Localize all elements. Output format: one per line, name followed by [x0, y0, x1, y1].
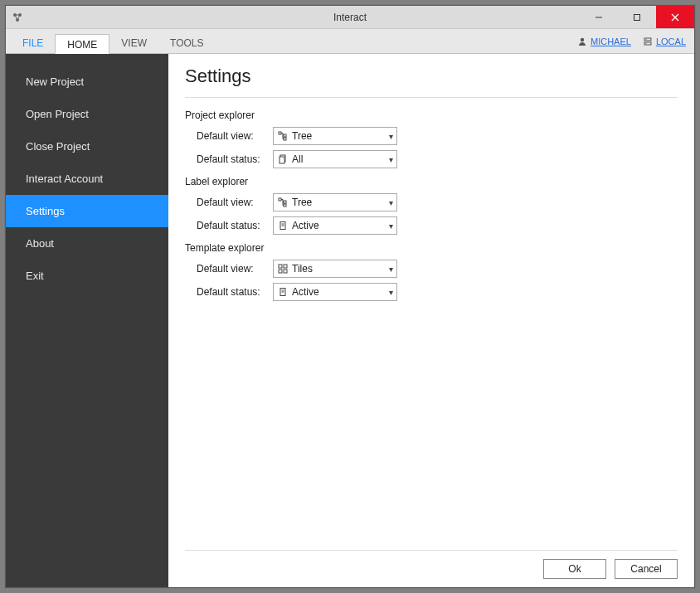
chevron-down-icon: ▾ [389, 155, 393, 164]
chevron-down-icon: ▾ [389, 265, 393, 274]
sidebar-item-exit[interactable]: Exit [6, 260, 168, 292]
chevron-down-icon: ▾ [389, 288, 393, 297]
close-button[interactable] [656, 6, 694, 28]
body: New Project Open Project Close Project I… [6, 54, 694, 587]
svg-rect-27 [284, 265, 287, 268]
chevron-down-icon: ▾ [389, 221, 393, 231]
sidebar-item-interact-account[interactable]: Interact Account [6, 163, 168, 195]
svg-rect-26 [279, 265, 282, 268]
svg-rect-22 [284, 204, 286, 207]
tree-icon [277, 131, 289, 141]
sidebar-item-settings[interactable]: Settings [6, 195, 168, 227]
svg-rect-19 [280, 157, 284, 163]
tab-tools[interactable]: TOOLS [158, 33, 215, 53]
ok-button[interactable]: Ok [543, 559, 606, 579]
svg-point-13 [645, 38, 646, 39]
window-controls [580, 6, 694, 28]
app-window: Interact FILE HOME VIEW TOOLS MICHAEL [5, 5, 695, 588]
svg-rect-29 [284, 270, 287, 273]
maximize-button[interactable] [618, 6, 656, 28]
sidebar-item-about[interactable]: About [6, 227, 168, 260]
cancel-button[interactable]: Cancel [615, 559, 678, 579]
location-link-text: LOCAL [656, 36, 686, 46]
svg-rect-7 [634, 14, 640, 20]
row-label-default-status: Default status: Active ▾ [185, 216, 678, 235]
select-project-default-view[interactable]: Tree ▾ [273, 127, 397, 145]
row-template-default-view: Default view: Tiles ▾ [185, 260, 678, 278]
titlebar: Interact [6, 6, 694, 29]
select-project-default-status[interactable]: All ▾ [273, 150, 397, 168]
select-template-default-status-value: Active [292, 286, 389, 298]
user-link[interactable]: MICHAEL [577, 36, 631, 46]
svg-rect-11 [644, 38, 651, 41]
settings-panel: Settings Project explorer Default view: … [168, 54, 694, 587]
label-label-default-status: Default status: [185, 220, 273, 231]
row-project-default-status: Default status: All ▾ [185, 150, 678, 168]
tab-file[interactable]: FILE [11, 33, 55, 53]
select-project-default-status-value: All [292, 153, 389, 165]
svg-rect-12 [644, 42, 651, 45]
svg-rect-15 [279, 132, 281, 134]
ribbon-right-links: MICHAEL LOCAL [577, 29, 686, 53]
label-label-default-view: Default view: [185, 197, 273, 208]
label-template-default-status: Default status: [185, 286, 273, 298]
svg-point-10 [581, 37, 584, 41]
sidebar: New Project Open Project Close Project I… [6, 54, 168, 587]
ribbon-tabs: FILE HOME VIEW TOOLS MICHAEL LOCAL [6, 29, 694, 54]
sidebar-item-open-project[interactable]: Open Project [6, 98, 168, 130]
label-project-default-view: Default view: [185, 130, 273, 142]
tab-home[interactable]: HOME [55, 34, 109, 54]
app-icon [6, 12, 29, 23]
select-project-default-view-value: Tree [292, 130, 389, 142]
select-label-default-view-value: Tree [292, 197, 389, 208]
select-template-default-view[interactable]: Tiles ▾ [273, 260, 397, 278]
row-label-default-view: Default view: Tree ▾ [185, 193, 678, 211]
minimize-button[interactable] [580, 6, 618, 28]
tab-view[interactable]: VIEW [109, 33, 158, 53]
chevron-down-icon: ▾ [389, 132, 393, 141]
sidebar-item-close-project[interactable]: Close Project [6, 130, 168, 163]
label-project-default-status: Default status: [185, 153, 273, 165]
select-label-default-status[interactable]: Active ▾ [273, 216, 397, 235]
document-icon [277, 221, 289, 231]
svg-rect-21 [284, 201, 286, 203]
svg-point-14 [645, 42, 646, 43]
page-title: Settings [185, 66, 678, 87]
section-template-explorer: Template explorer [185, 242, 678, 254]
document-stack-icon [277, 154, 289, 164]
select-label-default-view[interactable]: Tree ▾ [273, 193, 397, 211]
sidebar-item-new-project[interactable]: New Project [6, 66, 168, 98]
svg-rect-20 [279, 198, 281, 201]
location-link[interactable]: LOCAL [643, 36, 686, 46]
section-project-explorer: Project explorer [185, 109, 678, 121]
tree-icon [277, 197, 289, 207]
row-template-default-status: Default status: Active ▾ [185, 283, 678, 301]
row-project-default-view: Default view: Tree ▾ [185, 127, 678, 145]
tiles-icon [277, 264, 289, 274]
label-template-default-view: Default view: [185, 263, 273, 275]
title-divider [185, 97, 678, 98]
user-link-text: MICHAEL [591, 36, 631, 46]
section-label-explorer: Label explorer [185, 176, 678, 187]
svg-rect-28 [279, 270, 282, 273]
document-icon [277, 287, 289, 297]
select-template-default-view-value: Tiles [292, 263, 389, 275]
dialog-footer: Ok Cancel [185, 550, 678, 579]
server-icon [643, 36, 653, 46]
select-template-default-status[interactable]: Active ▾ [273, 283, 397, 301]
select-label-default-status-value: Active [292, 220, 389, 231]
svg-rect-16 [284, 134, 286, 137]
user-icon [577, 36, 587, 46]
svg-rect-17 [284, 138, 286, 140]
chevron-down-icon: ▾ [389, 198, 393, 207]
